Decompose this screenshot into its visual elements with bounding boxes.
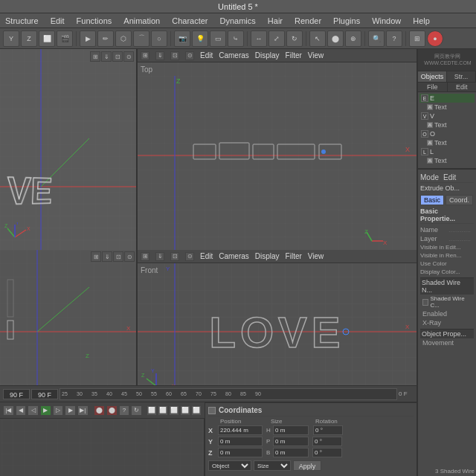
toolbar-move-btn[interactable]: ↔ xyxy=(251,30,267,47)
toolbar-camera-btn[interactable]: 📷 xyxy=(174,30,190,47)
coord-y-rot[interactable] xyxy=(312,437,342,446)
coord-z-pos[interactable] xyxy=(218,448,263,457)
toolbar-spline-btn[interactable]: ⌒ xyxy=(133,30,149,47)
rp-tab-structure[interactable]: Str... xyxy=(447,71,476,82)
vp-top-disp[interactable]: ⊡ xyxy=(170,51,179,60)
coord-x-size[interactable] xyxy=(273,425,309,435)
vp-bl-fullscreen[interactable]: ⊞ xyxy=(91,251,101,262)
toolbar-light-btn[interactable]: 💡 xyxy=(192,30,208,47)
transport-2[interactable]: ⬜ xyxy=(158,405,168,416)
menu-help[interactable]: Help xyxy=(411,16,432,26)
coord-size-select[interactable]: Size xyxy=(254,460,291,471)
play-forward[interactable]: ▶ xyxy=(40,405,51,416)
tree-item-A-O[interactable]: A Text xyxy=(425,138,475,147)
viewport-3d[interactable]: VE X Z Y ⊞ ⇓ ⊡ ⊙ xyxy=(0,49,138,250)
toolbar-rotate-btn[interactable]: ↻ xyxy=(286,30,303,47)
rp-tab-objects[interactable]: Objects xyxy=(418,71,447,82)
coord-y-size[interactable] xyxy=(273,437,309,446)
vp-front-solo[interactable]: ⊙ xyxy=(185,252,194,261)
menu-character[interactable]: Character xyxy=(170,16,210,26)
coord-y-pos[interactable] xyxy=(218,437,263,446)
attr-edit-btn[interactable]: Edit xyxy=(443,173,456,181)
coord-z-size[interactable] xyxy=(273,448,309,457)
coord-object-select[interactable]: Object xyxy=(208,460,251,471)
toolbar-primitive-btn[interactable]: ○ xyxy=(151,30,167,47)
tree-item-A-L[interactable]: A Text xyxy=(425,156,475,165)
vp-front-disp[interactable]: ⊡ xyxy=(170,252,179,261)
menu-structure[interactable]: Structure xyxy=(3,16,41,26)
vp-top-solo[interactable]: ⊙ xyxy=(185,51,194,60)
tree-item-E[interactable]: E E xyxy=(419,94,475,103)
viewport-bottom-left[interactable]: Z X ⊞ ⇓ ⊡ ⊙ xyxy=(0,250,138,400)
tree-item-O[interactable]: O O xyxy=(419,129,475,138)
menu-hair[interactable]: Hair xyxy=(266,16,285,26)
toolbar-render-btn[interactable]: ▶ xyxy=(80,30,96,47)
toolbar-floor-btn[interactable]: ▭ xyxy=(210,30,226,47)
toolbar-film-btn[interactable]: 🎬 xyxy=(57,30,73,47)
vp-bl-cam[interactable]: ⇓ xyxy=(102,251,112,262)
menu-render[interactable]: Render xyxy=(292,16,324,26)
menu-plugins[interactable]: Plugins xyxy=(331,16,362,26)
viewport-front-display[interactable]: Display xyxy=(255,252,280,260)
rp-subtab-edit[interactable]: Edit xyxy=(448,83,477,91)
toolbar-edit-btn[interactable]: ✏ xyxy=(97,30,114,47)
toolbar-deform-btn[interactable]: ⤷ xyxy=(228,30,244,47)
tree-item-L[interactable]: L L xyxy=(419,147,475,156)
menu-window[interactable]: Window xyxy=(370,16,403,26)
viewport-front[interactable]: ⊞ ⇓ ⊡ ⊙ Edit Cameras Display Filter View xyxy=(138,250,416,400)
record-btn[interactable]: ⬤ xyxy=(106,405,118,416)
settings-btn[interactable]: ? xyxy=(119,405,130,416)
toolbar-sphere-btn[interactable]: ● xyxy=(427,30,443,47)
coord-x-rot[interactable] xyxy=(313,425,343,435)
vp-top-fullscreen[interactable]: ⊞ xyxy=(141,51,149,60)
play-to-start[interactable]: |◀ xyxy=(3,405,14,416)
loop-btn[interactable]: ↻ xyxy=(131,405,142,416)
vp-top-cam[interactable]: ⇓ xyxy=(155,51,164,60)
viewport-front-edit[interactable]: Edit xyxy=(200,252,213,260)
toolbar-y-btn[interactable]: Y xyxy=(3,30,19,47)
menu-functions[interactable]: Functions xyxy=(74,16,115,26)
apply-button[interactable]: Apply xyxy=(293,460,321,471)
attr-tab-coord[interactable]: Coord. xyxy=(446,195,473,205)
transport-3[interactable]: ⬜ xyxy=(169,405,179,416)
viewport-front-filter[interactable]: Filter xyxy=(286,252,302,260)
play-prev[interactable]: ◁ xyxy=(28,405,39,416)
viewport-top[interactable]: ⊞ ⇓ ⊡ ⊙ Edit Cameras Display Filter View xyxy=(138,49,416,250)
menu-dynamics[interactable]: Dynamics xyxy=(218,16,258,26)
vp-display-btn[interactable]: ⊡ xyxy=(112,51,123,62)
transport-1[interactable]: ⬜ xyxy=(147,405,157,416)
viewport-top-filter[interactable]: Filter xyxy=(286,51,302,60)
viewport-top-edit[interactable]: Edit xyxy=(200,51,213,60)
vp-bl-disp[interactable]: ⊡ xyxy=(113,251,123,262)
timeline-ruler[interactable]: 25 30 35 40 45 50 55 60 65 70 75 80 85 9… xyxy=(60,388,397,400)
viewport-front-view[interactable]: View xyxy=(308,252,324,260)
transport-5[interactable]: ⬜ xyxy=(191,405,202,416)
vp-solo-btn[interactable]: ⊙ xyxy=(123,51,134,62)
toolbar-mag-btn[interactable]: 🔍 xyxy=(368,30,385,47)
transport-4[interactable]: ⬜ xyxy=(180,405,190,416)
toolbar-cube-btn[interactable]: ⬜ xyxy=(39,30,55,47)
tree-item-V[interactable]: V V xyxy=(419,112,475,120)
menu-animation[interactable]: Animation xyxy=(121,16,162,26)
play-to-end[interactable]: ▶| xyxy=(77,405,89,416)
vp-fullscreen-btn[interactable]: ⊞ xyxy=(90,51,100,62)
tree-item-A-V[interactable]: A Text xyxy=(425,120,475,129)
toolbar-live-btn[interactable]: ⬤ xyxy=(327,30,344,47)
menu-edit[interactable]: Edit xyxy=(48,16,67,26)
tree-item-A-E[interactable]: A Text xyxy=(425,103,475,112)
toolbar-help-btn[interactable]: ? xyxy=(386,30,402,47)
vp-bl-solo[interactable]: ⊙ xyxy=(124,251,135,262)
viewport-front-cameras[interactable]: Cameras xyxy=(219,252,249,260)
vp-front-cam[interactable]: ⇓ xyxy=(155,252,164,261)
attr-mode-btn[interactable]: Mode xyxy=(420,173,439,181)
toolbar-mesh-btn[interactable]: ⬡ xyxy=(115,30,132,47)
play-next[interactable]: ▷ xyxy=(53,405,64,416)
viewport-top-display[interactable]: Display xyxy=(255,51,280,60)
stop-btn[interactable]: ⬤ xyxy=(94,405,105,416)
viewport-top-cameras[interactable]: Cameras xyxy=(219,51,249,60)
toolbar-z-btn[interactable]: Z xyxy=(21,30,37,47)
play-prev-frame[interactable]: ◀ xyxy=(16,405,27,416)
attr-tab-basic[interactable]: Basic xyxy=(420,195,444,205)
toolbar-layout-btn[interactable]: ⊞ xyxy=(409,30,425,47)
toolbar-select-btn[interactable]: ↖ xyxy=(309,30,326,47)
